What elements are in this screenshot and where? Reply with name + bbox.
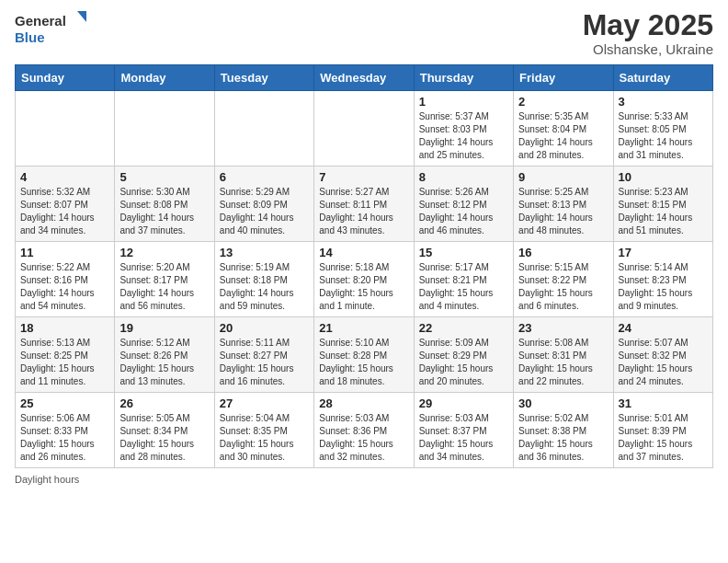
table-row: 25 Sunrise: 5:06 AMSunset: 8:33 PMDaylig…: [16, 393, 115, 468]
table-row: 7 Sunrise: 5:27 AMSunset: 8:11 PMDayligh…: [314, 167, 414, 242]
title-block: May 2025 Olshanske, Ukraine: [583, 9, 713, 57]
day-info: Sunrise: 5:35 AMSunset: 8:04 PMDaylight:…: [518, 111, 593, 160]
day-number: 10: [619, 170, 708, 184]
day-number: 26: [119, 396, 209, 410]
col-friday: Friday: [514, 65, 613, 91]
day-info: Sunrise: 5:22 AMSunset: 8:16 PMDaylight:…: [20, 262, 95, 311]
main-title: May 2025: [583, 9, 713, 41]
calendar-week-row: 25 Sunrise: 5:06 AMSunset: 8:33 PMDaylig…: [16, 393, 713, 468]
svg-text:Blue: Blue: [15, 29, 45, 45]
col-wednesday: Wednesday: [314, 65, 414, 91]
day-info: Sunrise: 5:03 AMSunset: 8:37 PMDaylight:…: [419, 413, 494, 462]
day-number: 15: [419, 246, 508, 259]
col-tuesday: Tuesday: [214, 65, 313, 91]
table-row: 13 Sunrise: 5:19 AMSunset: 8:18 PMDaylig…: [214, 242, 313, 317]
table-row: 2 Sunrise: 5:35 AMSunset: 8:04 PMDayligh…: [514, 91, 613, 167]
day-number: 23: [518, 321, 608, 335]
calendar-week-row: 4 Sunrise: 5:32 AMSunset: 8:07 PMDayligh…: [16, 167, 713, 242]
day-number: 12: [119, 246, 209, 259]
day-number: 27: [220, 396, 309, 410]
day-number: 20: [220, 321, 309, 335]
table-row: 10 Sunrise: 5:23 AMSunset: 8:15 PMDaylig…: [613, 167, 712, 242]
day-info: Sunrise: 5:19 AMSunset: 8:18 PMDaylight:…: [220, 262, 294, 311]
subtitle: Olshanske, Ukraine: [583, 41, 713, 57]
day-info: Sunrise: 5:14 AMSunset: 8:23 PMDaylight:…: [619, 262, 693, 311]
day-number: 28: [319, 396, 408, 410]
table-row: 26 Sunrise: 5:05 AMSunset: 8:34 PMDaylig…: [115, 393, 214, 468]
logo: General Blue: [15, 9, 88, 48]
day-number: 8: [419, 170, 508, 184]
table-row: 1 Sunrise: 5:37 AMSunset: 8:03 PMDayligh…: [414, 91, 513, 167]
day-number: 9: [518, 170, 608, 184]
table-row: [214, 91, 313, 167]
day-info: Sunrise: 5:09 AMSunset: 8:29 PMDaylight:…: [419, 338, 494, 386]
table-row: 16 Sunrise: 5:15 AMSunset: 8:22 PMDaylig…: [514, 242, 613, 317]
svg-marker-1: [77, 11, 86, 22]
day-info: Sunrise: 5:37 AMSunset: 8:03 PMDaylight:…: [419, 111, 494, 160]
table-row: 23 Sunrise: 5:08 AMSunset: 8:31 PMDaylig…: [514, 317, 613, 393]
day-number: 29: [419, 396, 508, 410]
day-number: 2: [518, 95, 608, 109]
table-row: 9 Sunrise: 5:25 AMSunset: 8:13 PMDayligh…: [514, 167, 613, 242]
table-row: 6 Sunrise: 5:29 AMSunset: 8:09 PMDayligh…: [214, 167, 313, 242]
day-info: Sunrise: 5:04 AMSunset: 8:35 PMDaylight:…: [220, 413, 294, 462]
day-info: Sunrise: 5:05 AMSunset: 8:34 PMDaylight:…: [119, 413, 194, 462]
table-row: [314, 91, 414, 167]
table-row: 18 Sunrise: 5:13 AMSunset: 8:25 PMDaylig…: [16, 317, 115, 393]
logo-svg: General Blue: [15, 9, 88, 48]
table-row: 4 Sunrise: 5:32 AMSunset: 8:07 PMDayligh…: [16, 167, 115, 242]
table-row: 29 Sunrise: 5:03 AMSunset: 8:37 PMDaylig…: [414, 393, 513, 468]
day-info: Sunrise: 5:26 AMSunset: 8:12 PMDaylight:…: [419, 187, 494, 236]
day-number: 19: [119, 321, 209, 335]
day-number: 17: [619, 246, 708, 259]
table-row: 5 Sunrise: 5:30 AMSunset: 8:08 PMDayligh…: [115, 167, 214, 242]
day-info: Sunrise: 5:27 AMSunset: 8:11 PMDaylight:…: [319, 187, 393, 236]
col-sunday: Sunday: [16, 65, 115, 91]
footer-note: Daylight hours: [15, 474, 713, 485]
day-info: Sunrise: 5:06 AMSunset: 8:33 PMDaylight:…: [20, 413, 95, 462]
calendar-week-row: 11 Sunrise: 5:22 AMSunset: 8:16 PMDaylig…: [16, 242, 713, 317]
calendar-table: Sunday Monday Tuesday Wednesday Thursday…: [15, 64, 713, 468]
day-number: 18: [20, 321, 109, 335]
day-info: Sunrise: 5:25 AMSunset: 8:13 PMDaylight:…: [518, 187, 593, 236]
day-number: 14: [319, 246, 408, 259]
day-info: Sunrise: 5:32 AMSunset: 8:07 PMDaylight:…: [20, 187, 95, 236]
calendar-header-row: Sunday Monday Tuesday Wednesday Thursday…: [16, 65, 713, 91]
table-row: 8 Sunrise: 5:26 AMSunset: 8:12 PMDayligh…: [414, 167, 513, 242]
calendar-week-row: 18 Sunrise: 5:13 AMSunset: 8:25 PMDaylig…: [16, 317, 713, 393]
table-row: 12 Sunrise: 5:20 AMSunset: 8:17 PMDaylig…: [115, 242, 214, 317]
day-number: 24: [619, 321, 708, 335]
header: General Blue May 2025 Olshanske, Ukraine: [15, 9, 713, 57]
table-row: 15 Sunrise: 5:17 AMSunset: 8:21 PMDaylig…: [414, 242, 513, 317]
table-row: 30 Sunrise: 5:02 AMSunset: 8:38 PMDaylig…: [514, 393, 613, 468]
day-info: Sunrise: 5:20 AMSunset: 8:17 PMDaylight:…: [119, 262, 194, 311]
day-info: Sunrise: 5:11 AMSunset: 8:27 PMDaylight:…: [220, 338, 294, 386]
col-saturday: Saturday: [613, 65, 712, 91]
day-number: 7: [319, 170, 408, 184]
table-row: [115, 91, 214, 167]
calendar-week-row: 1 Sunrise: 5:37 AMSunset: 8:03 PMDayligh…: [16, 91, 713, 167]
day-info: Sunrise: 5:12 AMSunset: 8:26 PMDaylight:…: [119, 338, 194, 386]
table-row: [16, 91, 115, 167]
day-info: Sunrise: 5:13 AMSunset: 8:25 PMDaylight:…: [20, 338, 95, 386]
table-row: 24 Sunrise: 5:07 AMSunset: 8:32 PMDaylig…: [613, 317, 712, 393]
day-info: Sunrise: 5:33 AMSunset: 8:05 PMDaylight:…: [619, 111, 693, 160]
table-row: 14 Sunrise: 5:18 AMSunset: 8:20 PMDaylig…: [314, 242, 414, 317]
table-row: 31 Sunrise: 5:01 AMSunset: 8:39 PMDaylig…: [613, 393, 712, 468]
table-row: 20 Sunrise: 5:11 AMSunset: 8:27 PMDaylig…: [214, 317, 313, 393]
day-info: Sunrise: 5:29 AMSunset: 8:09 PMDaylight:…: [220, 187, 294, 236]
day-info: Sunrise: 5:10 AMSunset: 8:28 PMDaylight:…: [319, 338, 393, 386]
table-row: 19 Sunrise: 5:12 AMSunset: 8:26 PMDaylig…: [115, 317, 214, 393]
day-number: 16: [518, 246, 608, 259]
svg-text:General: General: [15, 13, 66, 29]
day-info: Sunrise: 5:02 AMSunset: 8:38 PMDaylight:…: [518, 413, 593, 462]
day-number: 11: [20, 246, 109, 259]
day-info: Sunrise: 5:03 AMSunset: 8:36 PMDaylight:…: [319, 413, 393, 462]
day-number: 21: [319, 321, 408, 335]
day-number: 4: [20, 170, 109, 184]
day-number: 13: [220, 246, 309, 259]
day-number: 30: [518, 396, 608, 410]
day-number: 3: [619, 95, 708, 109]
day-number: 6: [220, 170, 309, 184]
table-row: 3 Sunrise: 5:33 AMSunset: 8:05 PMDayligh…: [613, 91, 712, 167]
